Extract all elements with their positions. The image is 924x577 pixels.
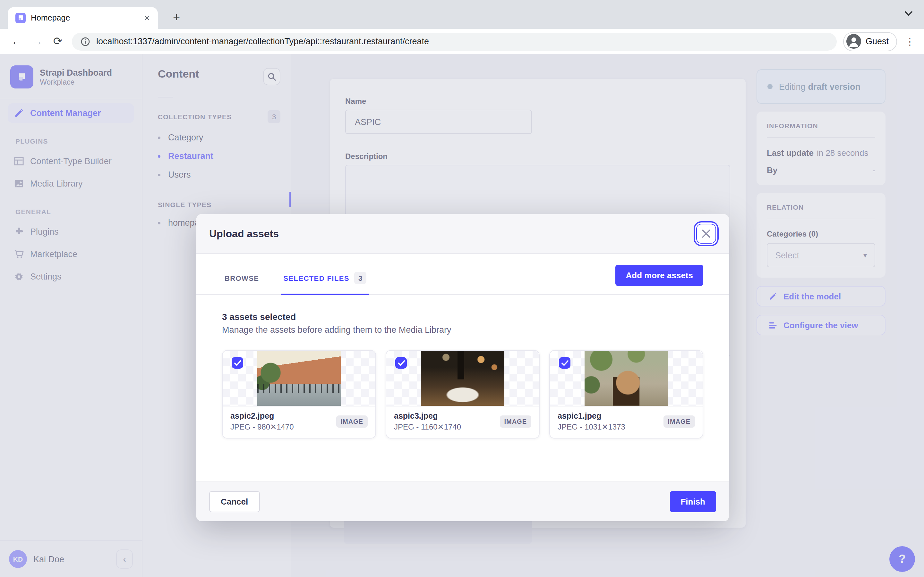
pencil-icon bbox=[769, 292, 777, 300]
asset-type-badge: IMAGE bbox=[336, 416, 368, 428]
asset-footer: aspic2.jpeg JPEG - 980✕1470 IMAGE bbox=[223, 406, 375, 438]
asset-preview bbox=[223, 351, 375, 406]
sidebar-item-label: Media Library bbox=[30, 179, 83, 189]
check-icon bbox=[397, 360, 405, 366]
help-button[interactable]: ? bbox=[889, 546, 915, 572]
url-bar[interactable]: localhost:1337/admin/content-manager/col… bbox=[72, 32, 837, 50]
collection-types-count: 3 bbox=[268, 110, 280, 123]
info-icon[interactable] bbox=[81, 37, 90, 46]
puzzle-icon bbox=[14, 227, 24, 237]
asset-type-badge: IMAGE bbox=[499, 416, 531, 428]
list-icon bbox=[769, 321, 777, 329]
draft-status-box: Editingdraft version bbox=[756, 69, 885, 104]
sidebar-item-settings[interactable]: Settings bbox=[8, 267, 134, 287]
modal-header: Upload assets bbox=[196, 214, 729, 254]
selected-subheading: Manage the assets before adding them to … bbox=[222, 325, 703, 335]
modal-body: 3 assets selected Manage the assets befo… bbox=[196, 295, 729, 482]
modal-tabs: BROWSE SELECTED FILES 3 Add more assets bbox=[196, 254, 729, 295]
profile-button[interactable]: Guest bbox=[843, 32, 897, 51]
collection-item-users[interactable]: Users bbox=[142, 165, 291, 184]
configure-view-button[interactable]: Configure the view bbox=[756, 315, 885, 335]
asset-card[interactable]: aspic1.jpeg JPEG - 1031✕1373 IMAGE bbox=[549, 350, 703, 438]
categories-select[interactable]: Select ▾ bbox=[767, 243, 875, 268]
last-update-label: Last update bbox=[767, 148, 814, 158]
pen-icon bbox=[14, 108, 24, 118]
brand[interactable]: Strapi Dashboard Workplace bbox=[0, 54, 142, 99]
brand-title: Strapi Dashboard bbox=[40, 68, 112, 79]
new-tab-button[interactable]: + bbox=[168, 9, 185, 26]
content-panel-title: Content bbox=[158, 68, 199, 81]
caret-down-icon: ▾ bbox=[863, 251, 867, 259]
browser-menu-icon[interactable]: ⋮ bbox=[902, 34, 918, 49]
cart-icon bbox=[14, 250, 24, 259]
sidebar-item-label: Settings bbox=[30, 272, 61, 282]
asset-preview bbox=[550, 351, 703, 406]
check-icon bbox=[561, 360, 568, 366]
asset-meta: JPEG - 980✕1470 bbox=[230, 422, 294, 432]
bullet-icon bbox=[158, 155, 160, 157]
user-name: Kai Doe bbox=[33, 554, 110, 564]
description-label: Description bbox=[345, 152, 730, 161]
asset-thumbnail-entrance bbox=[585, 351, 668, 406]
collection-item-label: Restaurant bbox=[168, 151, 213, 161]
browser-tab[interactable]: Homepage ✕ bbox=[8, 7, 158, 29]
name-input[interactable] bbox=[345, 110, 532, 134]
asset-type-badge: IMAGE bbox=[663, 416, 695, 428]
collection-item-category[interactable]: Category bbox=[142, 128, 291, 147]
user-avatar[interactable]: KD bbox=[9, 550, 27, 568]
selected-heading: 3 assets selected bbox=[222, 311, 703, 322]
asset-preview bbox=[386, 351, 539, 406]
tab-browse[interactable]: BROWSE bbox=[222, 266, 262, 292]
asset-footer: aspic1.jpeg JPEG - 1031✕1373 IMAGE bbox=[550, 406, 703, 438]
chevron-down-icon[interactable] bbox=[903, 8, 914, 19]
tab-selected-label: SELECTED FILES bbox=[283, 274, 349, 282]
sidebar-item-label: Content-Type Builder bbox=[30, 156, 111, 166]
url-text: localhost:1337/admin/content-manager/col… bbox=[96, 37, 429, 46]
sidebar-item-content-type-builder[interactable]: Content-Type Builder bbox=[8, 151, 134, 171]
add-more-assets-button[interactable]: Add more assets bbox=[615, 265, 703, 286]
tab-selected-files[interactable]: SELECTED FILES 3 bbox=[281, 263, 369, 295]
reload-button[interactable]: ⟳ bbox=[49, 32, 67, 50]
bullet-icon bbox=[158, 221, 160, 224]
asset-checkbox[interactable] bbox=[232, 357, 243, 369]
modal-close-button[interactable] bbox=[696, 224, 716, 243]
asset-footer: aspic3.jpeg JPEG - 1160✕1740 IMAGE bbox=[386, 406, 539, 438]
collapse-sidebar-button[interactable]: ‹ bbox=[116, 550, 133, 569]
general-section-label: GENERAL bbox=[0, 196, 142, 219]
cancel-button[interactable]: Cancel bbox=[209, 491, 260, 512]
close-icon bbox=[702, 229, 710, 238]
asset-card[interactable]: aspic2.jpeg JPEG - 980✕1470 IMAGE bbox=[222, 350, 376, 438]
tab-close-icon[interactable]: ✕ bbox=[141, 12, 153, 24]
sidebar-item-label: Content Manager bbox=[30, 108, 101, 118]
check-icon bbox=[234, 360, 241, 366]
strapi-favicon bbox=[15, 13, 26, 23]
asset-card[interactable]: aspic3.jpeg JPEG - 1160✕1740 IMAGE bbox=[386, 350, 540, 438]
asset-checkbox[interactable] bbox=[559, 357, 570, 369]
back-button[interactable]: ← bbox=[8, 32, 26, 50]
collection-item-label: Category bbox=[168, 133, 204, 142]
sidebar-item-media-library[interactable]: Media Library bbox=[8, 174, 134, 193]
asset-thumbnail-dinner bbox=[421, 351, 504, 406]
asset-thumbnail-terrace bbox=[257, 351, 341, 406]
right-rail: Editingdraft version INFORMATION Last up… bbox=[756, 69, 885, 335]
finish-button[interactable]: Finish bbox=[670, 491, 716, 512]
edit-model-button[interactable]: Edit the model bbox=[756, 286, 885, 306]
asset-card-list: aspic2.jpeg JPEG - 980✕1470 IMAGE bbox=[222, 350, 703, 438]
sidebar-item-label: Marketplace bbox=[30, 250, 78, 259]
single-types-label: SINGLE TYPES bbox=[158, 201, 212, 208]
asset-checkbox[interactable] bbox=[395, 357, 407, 369]
forward-button[interactable]: → bbox=[28, 32, 46, 50]
collection-types-label: COLLECTION TYPES bbox=[158, 113, 232, 121]
plugins-section-label: PLUGINS bbox=[0, 126, 142, 149]
tab-title: Homepage bbox=[31, 13, 141, 23]
search-button[interactable] bbox=[263, 68, 280, 85]
profile-label: Guest bbox=[866, 37, 889, 46]
configure-view-label: Configure the view bbox=[783, 320, 858, 330]
browser-window: Homepage ✕ + ← → ⟳ localhost:1337/admin/… bbox=[0, 0, 924, 577]
grid-icon bbox=[14, 156, 24, 166]
sidebar-item-marketplace[interactable]: Marketplace bbox=[8, 244, 134, 264]
sidebar-item-content-manager[interactable]: Content Manager bbox=[8, 103, 134, 123]
sidebar-item-plugins[interactable]: Plugins bbox=[8, 222, 134, 242]
divider bbox=[0, 99, 142, 99]
collection-item-restaurant[interactable]: Restaurant bbox=[142, 147, 291, 165]
